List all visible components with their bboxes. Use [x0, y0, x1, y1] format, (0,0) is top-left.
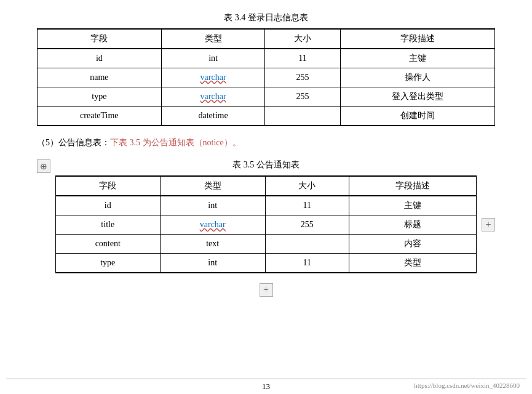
table2-cell-desc: 主键 — [349, 196, 476, 215]
table2-container: 表 3.5 公告通知表 字段 类型 大小 字段描述 id int 11 — [55, 159, 477, 297]
table1-cell-size: 255 — [265, 87, 340, 107]
table2-cell-field: type — [56, 254, 161, 273]
table2-cell-type: int — [160, 196, 265, 215]
table2-header-type: 类型 — [160, 176, 265, 196]
table2-cell-field: id — [56, 196, 161, 215]
paragraph-prefix: （5）公告信息表： — [37, 138, 110, 147]
table1-title: 表 3.4 登录日志信息表 — [37, 12, 495, 23]
watermark: https://blog.csdn.net/weixin_40228600 — [414, 382, 520, 389]
table1-cell-size: 11 — [265, 49, 340, 68]
table1-cell-desc: 登入登出类型 — [340, 87, 494, 107]
table2-cell-type: int — [160, 254, 265, 273]
table1-cell-field: id — [38, 49, 162, 68]
table2-cell-size: 255 — [265, 215, 349, 235]
table2-header-size: 大小 — [265, 176, 349, 196]
table2-title: 表 3.5 公告通知表 — [55, 159, 477, 171]
table1-cell-size — [265, 107, 340, 126]
table2-cell-size: 11 — [265, 254, 349, 273]
paragraph: （5）公告信息表：下表 3.5 为公告通知表（notice）。 — [37, 136, 495, 150]
table1: 字段 类型 大小 字段描述 id int 11 主键 name varchar … — [37, 28, 495, 126]
table2: 字段 类型 大小 字段描述 id int 11 主键 title varchar… — [55, 175, 477, 273]
right-add-button[interactable]: + — [482, 218, 495, 231]
page-footer: 13 https://blog.csdn.net/weixin_40228600 — [0, 376, 532, 394]
table2-cell-field: title — [56, 215, 161, 235]
table2-cell-field: content — [56, 235, 161, 254]
table1-cell-desc: 主键 — [340, 49, 494, 68]
table2-cell-desc: 内容 — [349, 235, 476, 254]
table1-cell-field: name — [38, 68, 162, 87]
table1-cell-type: varchar — [161, 68, 265, 87]
table2-cell-desc: 标题 — [349, 215, 476, 235]
table2-cell-type: text — [160, 235, 265, 254]
table2-section: ⊕ 表 3.5 公告通知表 字段 类型 大小 字段描述 id int — [37, 159, 495, 297]
table2-header-desc: 字段描述 — [349, 176, 476, 196]
table1-header-size: 大小 — [265, 29, 340, 49]
table1-header-field: 字段 — [38, 29, 162, 49]
table1-cell-field: createTime — [38, 107, 162, 126]
table2-cell-size — [265, 235, 349, 254]
table2-cell-size: 11 — [265, 196, 349, 215]
table1-cell-field: type — [38, 87, 162, 107]
bottom-add-button[interactable]: + — [260, 283, 273, 297]
paragraph-highlight: 下表 3.5 为公告通知表（notice）。 — [110, 138, 241, 147]
table1-header-desc: 字段描述 — [340, 29, 494, 49]
table2-cell-desc: 类型 — [349, 254, 476, 273]
table1-cell-size: 255 — [265, 68, 340, 87]
table1-cell-desc: 操作人 — [340, 68, 494, 87]
table1-cell-desc: 创建时间 — [340, 107, 494, 126]
table2-cell-type: varchar — [160, 215, 265, 235]
table1-cell-type: datetime — [161, 107, 265, 126]
table2-header-field: 字段 — [56, 176, 161, 196]
table1-header-type: 类型 — [161, 29, 265, 49]
move-handle[interactable]: ⊕ — [37, 159, 50, 173]
table1-cell-type: int — [161, 49, 265, 68]
table1-cell-type: varchar — [161, 87, 265, 107]
